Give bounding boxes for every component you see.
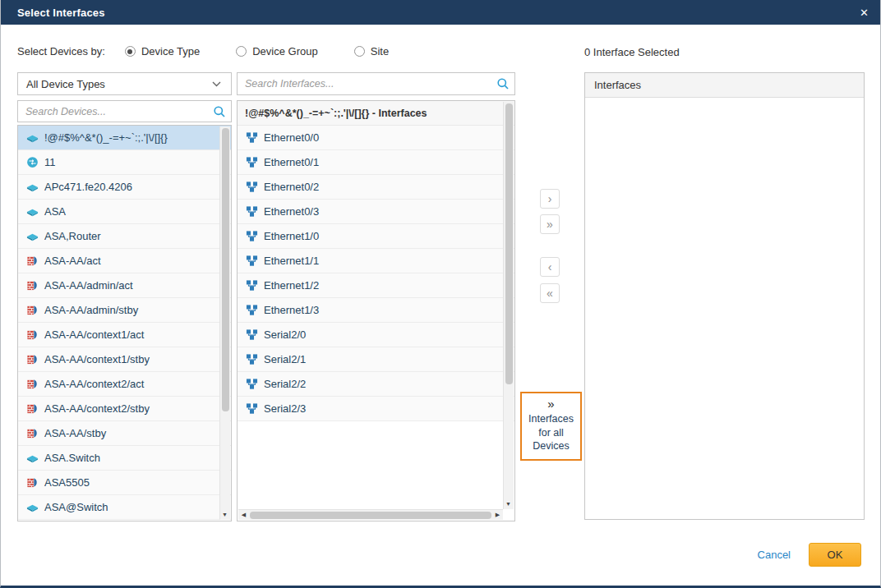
device-search-input[interactable] (18, 101, 208, 122)
interface-list-item[interactable]: Ethernet1/1 (238, 249, 514, 273)
interface-list-item[interactable]: Ethernet1/0 (238, 224, 514, 249)
device-type-dropdown-value: All Device Types (26, 78, 210, 90)
firewall-device-icon (25, 328, 39, 341)
device-name: ASA-AA/context2/stby (44, 402, 150, 415)
device-list-item[interactable]: ASA-AA/context2/stby (18, 397, 231, 421)
dialog-titlebar: Select Interfaces ✕ (1, 0, 880, 25)
interface-icon (245, 279, 258, 292)
interface-list-item[interactable]: Serial2/2 (238, 372, 514, 397)
interface-list-item[interactable]: Ethernet1/3 (238, 298, 514, 323)
move-right-button[interactable]: › (540, 189, 560, 209)
interface-icon (245, 205, 258, 218)
device-list-item[interactable]: ASA,Router (18, 224, 231, 249)
ok-button[interactable]: OK (809, 543, 861, 567)
interface-icon (245, 255, 258, 267)
interface-name: Serial2/0 (264, 328, 306, 341)
device-name: ASA@Switch (44, 501, 108, 513)
interface-icon (245, 328, 258, 341)
interface-search-input[interactable] (238, 73, 491, 94)
switch-device-icon (25, 206, 39, 218)
search-icon[interactable] (491, 77, 514, 90)
interface-list: !@#$%^&*()_-=+~`:;.'|\/[]{} - Interfaces… (237, 100, 515, 521)
device-list-item[interactable]: 11 (18, 150, 231, 175)
radio-unselected-icon (354, 46, 365, 57)
device-list-item[interactable]: ASA5505 (18, 471, 231, 495)
device-list-item[interactable]: !@#$%^&*()_-=+~`:;.'|\/[]{} (18, 126, 231, 150)
device-name: ASA-AA/act (44, 255, 101, 267)
interface-list-item[interactable]: Ethernet0/3 (238, 200, 514, 224)
router-device-icon (25, 156, 39, 168)
switch-device-icon (25, 452, 39, 464)
device-list-item[interactable]: ASA-AA/admin/stby (18, 298, 231, 323)
interface-list-item[interactable]: Ethernet1/2 (238, 273, 514, 298)
close-icon[interactable]: ✕ (860, 7, 869, 19)
selected-interfaces-panel: Interfaces (584, 72, 865, 520)
switch-device-icon (25, 181, 39, 193)
chevron-down-icon (210, 81, 223, 87)
interface-list-item[interactable]: Serial2/3 (238, 397, 514, 421)
interface-icon (245, 156, 258, 168)
interface-list-vertical-scrollbar[interactable]: ▼ (503, 102, 514, 509)
interface-name: Serial2/1 (264, 353, 306, 365)
interface-list-rows: Ethernet0/0Ethernet0/1Ethernet0/2Etherne… (238, 126, 514, 421)
scrollbar-thumb[interactable] (505, 103, 513, 384)
radio-device-group[interactable]: Device Group (236, 45, 317, 57)
device-name: ASA (44, 205, 66, 218)
interface-list-item[interactable]: Serial2/0 (238, 323, 514, 347)
interface-icon (245, 402, 258, 415)
interface-name: Ethernet1/1 (264, 255, 319, 267)
device-list-item[interactable]: ASA-AA/admin/act (18, 273, 231, 298)
interface-name: Ethernet0/0 (264, 131, 319, 144)
switch-device-icon (25, 231, 39, 242)
scroll-down-icon[interactable]: ▼ (503, 498, 514, 509)
device-list-item[interactable]: ASA (18, 200, 231, 224)
interface-list-item[interactable]: Ethernet0/2 (238, 175, 514, 200)
device-list-item[interactable]: ASA-AA/context1/act (18, 323, 231, 347)
interface-icon (245, 304, 258, 316)
device-name: APc471.fe20.4206 (44, 181, 132, 193)
interfaces-for-all-devices-label: Interfaces for all Devices (524, 412, 579, 453)
interfaces-for-all-devices-button[interactable]: » Interfaces for all Devices (520, 392, 582, 461)
scroll-right-icon[interactable]: ▶ (492, 509, 503, 520)
device-name: ASA,Router (44, 230, 101, 242)
scroll-down-icon[interactable]: ▼ (219, 509, 230, 520)
chevron-left-icon: ‹ (548, 261, 552, 273)
interface-name: Serial2/2 (264, 378, 306, 390)
scrollbar-thumb[interactable] (222, 128, 229, 411)
firewall-device-icon (25, 279, 39, 292)
device-list-item[interactable]: ASA-AA/context2/act (18, 372, 231, 397)
device-type-dropdown[interactable]: All Device Types (17, 72, 232, 95)
chevron-right-icon: › (548, 193, 552, 204)
scrollbar-thumb[interactable] (250, 512, 491, 519)
double-chevron-left-icon: « (547, 287, 553, 299)
move-all-right-button[interactable]: » (540, 214, 560, 234)
device-name: 11 (44, 156, 56, 168)
device-name: !@#$%^&*()_-=+~`:;.'|\/[]{} (44, 131, 168, 144)
device-list-rows: !@#$%^&*()_-=+~`:;.'|\/[]{}11APc471.fe20… (18, 126, 231, 520)
radio-device-type[interactable]: Device Type (125, 45, 200, 57)
radio-site[interactable]: Site (354, 45, 389, 57)
interface-name: Ethernet0/3 (264, 205, 319, 218)
device-list-vertical-scrollbar[interactable]: ▼ (219, 126, 230, 520)
interface-list-item[interactable]: Ethernet0/1 (238, 150, 514, 175)
interface-search-box (237, 72, 515, 95)
interface-list-item[interactable]: Serial2/1 (238, 347, 514, 372)
radio-device-group-label: Device Group (252, 45, 317, 57)
cancel-button[interactable]: Cancel (758, 549, 791, 561)
search-icon[interactable] (208, 105, 231, 118)
device-list-item[interactable]: ASA@Switch (18, 495, 231, 520)
interface-list-horizontal-scrollbar[interactable]: ◀ ▶ (238, 509, 503, 520)
scroll-left-icon[interactable]: ◀ (238, 509, 249, 520)
move-left-button[interactable]: ‹ (540, 257, 560, 277)
device-list-item[interactable]: ASA.Switch (18, 446, 231, 471)
firewall-device-icon (25, 402, 39, 415)
move-all-left-button[interactable]: « (540, 283, 560, 303)
device-list-item[interactable]: ASA-AA/context1/stby (18, 347, 231, 372)
device-list-item[interactable]: ASA-AA/act (18, 249, 231, 273)
interface-name: Serial2/3 (264, 402, 306, 415)
interface-list-item[interactable]: Ethernet0/0 (238, 126, 514, 150)
device-list-item[interactable]: ASA-AA/stby (18, 421, 231, 446)
interface-icon (245, 181, 258, 193)
interface-icon (245, 353, 258, 365)
device-list-item[interactable]: APc471.fe20.4206 (18, 175, 231, 200)
